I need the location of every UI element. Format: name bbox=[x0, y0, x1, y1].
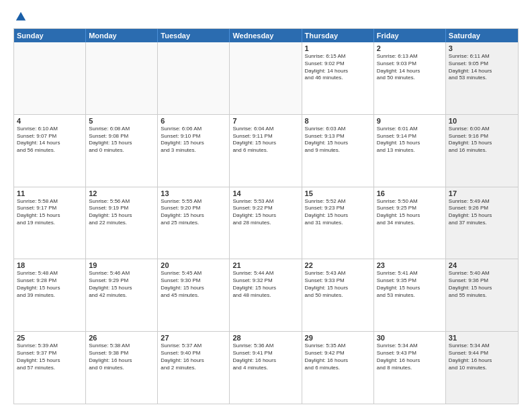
day-number-21: 21 bbox=[232, 261, 298, 269]
day-cell-30: 30Sunrise: 5:34 AMSunset: 9:43 PMDayligh… bbox=[374, 332, 446, 404]
day-info-14: Sunrise: 5:53 AMSunset: 9:22 PMDaylight:… bbox=[232, 198, 298, 227]
day-info-28: Sunrise: 5:36 AMSunset: 9:41 PMDaylight:… bbox=[232, 342, 298, 371]
header-wednesday: Wednesday bbox=[230, 29, 302, 42]
day-cell-31: 31Sunrise: 5:34 AMSunset: 9:44 PMDayligh… bbox=[446, 332, 518, 404]
header-friday: Friday bbox=[374, 29, 446, 42]
day-cell-19: 19Sunrise: 5:46 AMSunset: 9:29 PMDayligh… bbox=[86, 259, 158, 331]
calendar-body: 1Sunrise: 6:15 AMSunset: 9:02 PMDaylight… bbox=[14, 42, 518, 404]
day-info-22: Sunrise: 5:43 AMSunset: 9:33 PMDaylight:… bbox=[305, 270, 371, 299]
day-number-7: 7 bbox=[232, 117, 298, 125]
day-cell-23: 23Sunrise: 5:41 AMSunset: 9:35 PMDayligh… bbox=[374, 259, 446, 331]
calendar-header: Sunday Monday Tuesday Wednesday Thursday… bbox=[14, 29, 518, 42]
day-info-20: Sunrise: 5:45 AMSunset: 9:30 PMDaylight:… bbox=[161, 270, 226, 299]
day-number-30: 30 bbox=[377, 334, 443, 342]
day-number-25: 25 bbox=[17, 334, 83, 342]
day-cell-15: 15Sunrise: 5:52 AMSunset: 9:23 PMDayligh… bbox=[302, 187, 374, 259]
day-number-3: 3 bbox=[449, 44, 515, 52]
day-info-25: Sunrise: 5:39 AMSunset: 9:37 PMDaylight:… bbox=[17, 342, 83, 371]
day-number-24: 24 bbox=[449, 261, 515, 269]
day-info-2: Sunrise: 6:13 AMSunset: 9:03 PMDaylight:… bbox=[377, 53, 443, 82]
calendar: Sunday Monday Tuesday Wednesday Thursday… bbox=[13, 28, 519, 404]
day-number-4: 4 bbox=[17, 117, 83, 125]
week-row-5: 25Sunrise: 5:39 AMSunset: 9:37 PMDayligh… bbox=[14, 331, 518, 404]
day-number-31: 31 bbox=[449, 334, 515, 342]
empty-cell-0-0 bbox=[14, 42, 86, 114]
day-cell-29: 29Sunrise: 5:35 AMSunset: 9:42 PMDayligh… bbox=[302, 332, 374, 404]
day-number-11: 11 bbox=[17, 189, 83, 197]
day-info-27: Sunrise: 5:37 AMSunset: 9:40 PMDaylight:… bbox=[161, 342, 226, 371]
day-info-23: Sunrise: 5:41 AMSunset: 9:35 PMDaylight:… bbox=[377, 270, 443, 299]
day-info-24: Sunrise: 5:40 AMSunset: 9:36 PMDaylight:… bbox=[449, 270, 515, 299]
day-info-13: Sunrise: 5:55 AMSunset: 9:20 PMDaylight:… bbox=[161, 198, 226, 227]
day-cell-18: 18Sunrise: 5:48 AMSunset: 9:28 PMDayligh… bbox=[14, 259, 86, 331]
day-number-16: 16 bbox=[377, 189, 443, 197]
day-info-10: Sunrise: 6:00 AMSunset: 9:16 PMDaylight:… bbox=[449, 126, 515, 154]
day-info-11: Sunrise: 5:58 AMSunset: 9:17 PMDaylight:… bbox=[17, 198, 83, 227]
day-info-26: Sunrise: 5:38 AMSunset: 9:38 PMDaylight:… bbox=[89, 342, 154, 371]
day-cell-25: 25Sunrise: 5:39 AMSunset: 9:37 PMDayligh… bbox=[14, 332, 86, 404]
day-cell-2: 2Sunrise: 6:13 AMSunset: 9:03 PMDaylight… bbox=[374, 42, 446, 114]
day-info-1: Sunrise: 6:15 AMSunset: 9:02 PMDaylight:… bbox=[305, 53, 371, 82]
day-info-31: Sunrise: 5:34 AMSunset: 9:44 PMDaylight:… bbox=[449, 342, 515, 371]
day-cell-12: 12Sunrise: 5:56 AMSunset: 9:19 PMDayligh… bbox=[86, 187, 158, 259]
day-number-27: 27 bbox=[161, 334, 226, 342]
day-info-3: Sunrise: 6:11 AMSunset: 9:05 PMDaylight:… bbox=[449, 53, 515, 82]
day-cell-22: 22Sunrise: 5:43 AMSunset: 9:33 PMDayligh… bbox=[302, 259, 374, 331]
day-cell-17: 17Sunrise: 5:49 AMSunset: 9:26 PMDayligh… bbox=[446, 187, 518, 259]
day-info-17: Sunrise: 5:49 AMSunset: 9:26 PMDaylight:… bbox=[449, 198, 515, 227]
day-number-12: 12 bbox=[89, 189, 154, 197]
day-cell-21: 21Sunrise: 5:44 AMSunset: 9:32 PMDayligh… bbox=[230, 259, 302, 331]
day-info-15: Sunrise: 5:52 AMSunset: 9:23 PMDaylight:… bbox=[305, 198, 371, 227]
day-number-19: 19 bbox=[89, 261, 154, 269]
day-cell-3: 3Sunrise: 6:11 AMSunset: 9:05 PMDaylight… bbox=[446, 42, 518, 114]
day-cell-4: 4Sunrise: 6:10 AMSunset: 9:07 PMDaylight… bbox=[14, 115, 86, 187]
day-info-21: Sunrise: 5:44 AMSunset: 9:32 PMDaylight:… bbox=[232, 270, 298, 299]
week-row-3: 11Sunrise: 5:58 AMSunset: 9:17 PMDayligh… bbox=[14, 187, 518, 259]
day-cell-27: 27Sunrise: 5:37 AMSunset: 9:40 PMDayligh… bbox=[158, 332, 230, 404]
day-number-6: 6 bbox=[161, 117, 226, 125]
day-number-5: 5 bbox=[89, 117, 154, 125]
header bbox=[13, 11, 519, 23]
day-number-1: 1 bbox=[305, 44, 371, 52]
day-cell-8: 8Sunrise: 6:03 AMSunset: 9:13 PMDaylight… bbox=[302, 115, 374, 187]
svg-marker-0 bbox=[16, 12, 26, 21]
day-cell-5: 5Sunrise: 6:08 AMSunset: 9:08 PMDaylight… bbox=[86, 115, 158, 187]
day-info-16: Sunrise: 5:50 AMSunset: 9:25 PMDaylight:… bbox=[377, 198, 443, 227]
day-cell-28: 28Sunrise: 5:36 AMSunset: 9:41 PMDayligh… bbox=[230, 332, 302, 404]
day-number-2: 2 bbox=[377, 44, 443, 52]
header-sunday: Sunday bbox=[14, 29, 86, 42]
day-number-26: 26 bbox=[89, 334, 154, 342]
header-saturday: Saturday bbox=[446, 29, 518, 42]
day-number-18: 18 bbox=[17, 261, 83, 269]
day-cell-1: 1Sunrise: 6:15 AMSunset: 9:02 PMDaylight… bbox=[302, 42, 374, 114]
day-cell-11: 11Sunrise: 5:58 AMSunset: 9:17 PMDayligh… bbox=[14, 187, 86, 259]
day-number-17: 17 bbox=[449, 189, 515, 197]
day-cell-24: 24Sunrise: 5:40 AMSunset: 9:36 PMDayligh… bbox=[446, 259, 518, 331]
week-row-2: 4Sunrise: 6:10 AMSunset: 9:07 PMDaylight… bbox=[14, 114, 518, 187]
day-number-14: 14 bbox=[232, 189, 298, 197]
day-info-19: Sunrise: 5:46 AMSunset: 9:29 PMDaylight:… bbox=[89, 270, 154, 299]
day-info-9: Sunrise: 6:01 AMSunset: 9:14 PMDaylight:… bbox=[377, 126, 443, 154]
day-info-7: Sunrise: 6:04 AMSunset: 9:11 PMDaylight:… bbox=[232, 126, 298, 154]
day-cell-9: 9Sunrise: 6:01 AMSunset: 9:14 PMDaylight… bbox=[374, 115, 446, 187]
day-info-30: Sunrise: 5:34 AMSunset: 9:43 PMDaylight:… bbox=[377, 342, 443, 371]
day-number-28: 28 bbox=[232, 334, 298, 342]
header-monday: Monday bbox=[86, 29, 158, 42]
day-info-18: Sunrise: 5:48 AMSunset: 9:28 PMDaylight:… bbox=[17, 270, 83, 299]
day-number-8: 8 bbox=[305, 117, 371, 125]
header-tuesday: Tuesday bbox=[158, 29, 230, 42]
day-cell-20: 20Sunrise: 5:45 AMSunset: 9:30 PMDayligh… bbox=[158, 259, 230, 331]
day-number-15: 15 bbox=[305, 189, 371, 197]
empty-cell-0-1 bbox=[86, 42, 158, 114]
week-row-1: 1Sunrise: 6:15 AMSunset: 9:02 PMDaylight… bbox=[14, 42, 518, 114]
day-number-20: 20 bbox=[161, 261, 226, 269]
day-cell-7: 7Sunrise: 6:04 AMSunset: 9:11 PMDaylight… bbox=[230, 115, 302, 187]
day-cell-6: 6Sunrise: 6:06 AMSunset: 9:10 PMDaylight… bbox=[158, 115, 230, 187]
day-cell-16: 16Sunrise: 5:50 AMSunset: 9:25 PMDayligh… bbox=[374, 187, 446, 259]
day-info-6: Sunrise: 6:06 AMSunset: 9:10 PMDaylight:… bbox=[161, 126, 226, 154]
day-number-23: 23 bbox=[377, 261, 443, 269]
logo bbox=[13, 11, 27, 23]
page: Sunday Monday Tuesday Wednesday Thursday… bbox=[0, 0, 532, 411]
day-info-4: Sunrise: 6:10 AMSunset: 9:07 PMDaylight:… bbox=[17, 126, 83, 154]
day-cell-14: 14Sunrise: 5:53 AMSunset: 9:22 PMDayligh… bbox=[230, 187, 302, 259]
